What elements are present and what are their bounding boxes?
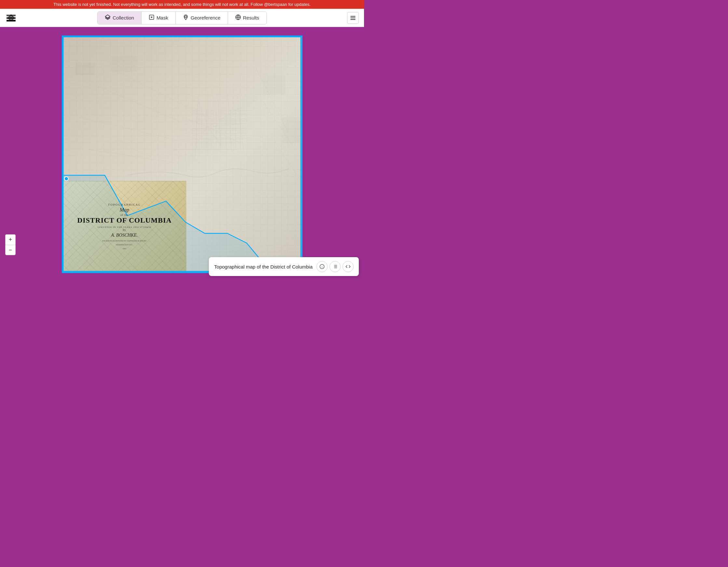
info-bar-title: Topographical map of the District of Col… <box>214 264 313 269</box>
tab-collection[interactable]: Collection <box>98 12 142 24</box>
nav-tabs: Collection Mask Georeference <box>97 11 266 24</box>
mask-icon <box>149 14 155 21</box>
info-detail-button[interactable] <box>317 261 328 272</box>
topographical-label: TOPOGRAPHICAL <box>77 203 171 206</box>
author-text: A. BOSCHKE. <box>77 233 171 238</box>
district-text: DISTRICT OF COLUMBIA <box>77 216 171 224</box>
surveyed-text: SURVEYED IN THE YEARS 1856'57'58&59 <box>77 226 171 228</box>
banner-text: This website is not yet finished. Not ev… <box>53 2 311 7</box>
svg-point-8 <box>185 16 187 18</box>
main-content: TOPOGRAPHICAL Map of the DISTRICT OF COL… <box>0 27 364 281</box>
zoom-out-button[interactable]: − <box>5 245 16 255</box>
tab-collection-label: Collection <box>113 15 134 20</box>
tab-mask-label: Mask <box>156 15 168 20</box>
map-word-label: Map <box>77 207 171 213</box>
by-label: by <box>77 228 171 231</box>
map-title-card: TOPOGRAPHICAL Map of the DISTRICT OF COL… <box>63 181 186 272</box>
map-container[interactable]: TOPOGRAPHICAL Map of the DISTRICT OF COL… <box>62 35 303 273</box>
info-bar-buttons <box>317 261 354 272</box>
tab-georeference-label: Georeference <box>191 15 221 20</box>
map-image: TOPOGRAPHICAL Map of the DISTRICT OF COL… <box>63 36 302 272</box>
code-button[interactable] <box>343 261 354 272</box>
tab-georeference[interactable]: Georeference <box>176 12 228 24</box>
header: Collection Mask Georeference <box>0 9 364 27</box>
tab-results[interactable]: Results <box>228 12 266 24</box>
notice-banner: This website is not yet finished. Not ev… <box>0 0 364 9</box>
layers-icon <box>105 14 111 21</box>
zoom-controls: + − <box>5 234 16 255</box>
list-view-button[interactable] <box>330 261 341 272</box>
info-bar: Topographical map of the District of Col… <box>209 257 359 276</box>
map-title-card-content: TOPOGRAPHICAL Map of the DISTRICT OF COL… <box>71 196 178 256</box>
logo[interactable] <box>5 12 17 24</box>
hamburger-menu-button[interactable] <box>347 12 359 24</box>
tab-results-label: Results <box>243 15 259 20</box>
published-line2: WASHINGTON D.C. <box>77 244 171 246</box>
mask-handle-dot[interactable] <box>64 176 69 181</box>
pin-icon <box>183 14 189 21</box>
year-text: 1861 <box>77 248 171 250</box>
globe-icon <box>235 14 241 21</box>
zoom-in-button[interactable]: + <box>5 234 16 245</box>
tab-mask[interactable]: Mask <box>142 12 176 24</box>
published-line1: ENGRAVED & PRINTED BY SAFFRAND & HOURY <box>77 240 171 242</box>
